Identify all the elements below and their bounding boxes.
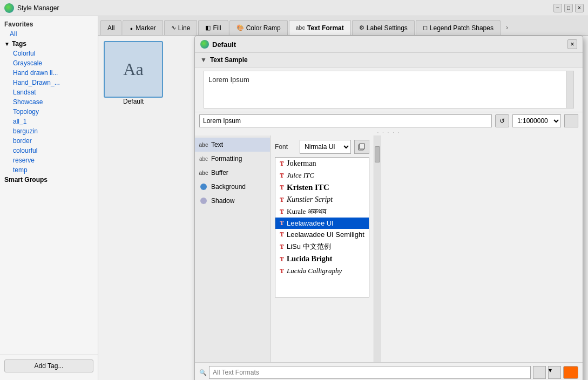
tab-marker[interactable]: ⬥ Marker bbox=[123, 20, 163, 35]
props-item-shadow[interactable]: Shadow bbox=[195, 194, 270, 208]
bottom-search-input[interactable] bbox=[209, 366, 531, 379]
window-title: Style Manager bbox=[17, 4, 59, 12]
tab-colorramp[interactable]: 🎨 Color Ramp bbox=[229, 20, 288, 35]
add-tag-button[interactable]: Add Tag... bbox=[4, 359, 93, 372]
props-item-buffer[interactable]: abc Buffer bbox=[195, 166, 270, 180]
font-item-jokerman[interactable]: 𝐓 Jokerman bbox=[275, 158, 369, 169]
legendpatch-icon: ◻ bbox=[423, 24, 428, 31]
font-type-icon: 𝐓 bbox=[280, 172, 283, 179]
tab-line[interactable]: ∿ Line bbox=[164, 20, 198, 35]
font-type-icon: 𝐓 bbox=[280, 243, 283, 250]
font-item-leelawadee[interactable]: 𝐓 Leelawadee UI bbox=[275, 218, 369, 229]
app-icon bbox=[4, 3, 14, 13]
sidebar-tag-landsat[interactable]: Landsat bbox=[0, 87, 98, 97]
font-copy-button[interactable] bbox=[354, 140, 369, 154]
props-scroll-area: Font Nirmala UI 𝐓 J bbox=[271, 135, 381, 362]
font-name: Kurale अकथव bbox=[287, 207, 326, 216]
close-button[interactable]: × bbox=[575, 4, 584, 12]
tab-labelsettings-label: Label Settings bbox=[367, 24, 408, 32]
font-item-kristenitc[interactable]: 𝐓 Kristen ITC bbox=[275, 181, 369, 194]
sidebar-item-all[interactable]: All bbox=[0, 29, 98, 39]
svg-rect-3 bbox=[360, 144, 364, 149]
labelsettings-icon: ⚙ bbox=[359, 24, 364, 31]
sidebar-smartgroups[interactable]: Smart Groups bbox=[0, 175, 98, 185]
tab-all-label: All bbox=[107, 24, 114, 32]
search-color-button[interactable] bbox=[563, 366, 578, 379]
sidebar-tag-colourful[interactable]: colourful bbox=[0, 146, 98, 155]
sidebar-tag-topology[interactable]: Topology bbox=[0, 107, 98, 117]
buffer-props-icon: abc bbox=[199, 168, 208, 177]
sidebar-tag-barguzin[interactable]: barguzin bbox=[0, 126, 98, 136]
sidebar-tag-handdrawn1[interactable]: Hand drawn li... bbox=[0, 68, 98, 78]
sidebar-tag-reserve[interactable]: reserve bbox=[0, 155, 98, 165]
font-name: Juice ITC bbox=[287, 171, 314, 180]
text-sample-arrow-icon: ▼ bbox=[200, 56, 207, 64]
font-item-lucidabright[interactable]: 𝐓 Lucida Bright bbox=[275, 253, 369, 265]
sample-text-input[interactable] bbox=[199, 114, 492, 127]
tab-line-label: Line bbox=[178, 24, 191, 32]
props-item-text[interactable]: abc Text bbox=[195, 138, 270, 152]
font-item-kurale[interactable]: 𝐓 Kurale अकथव bbox=[275, 206, 369, 218]
sidebar-tag-border[interactable]: border bbox=[0, 136, 98, 146]
separator: · · · · · bbox=[195, 130, 583, 135]
minimize-button[interactable]: − bbox=[553, 4, 562, 12]
formatting-props-icon: abc bbox=[199, 154, 208, 163]
font-type-icon: 𝐓 bbox=[280, 220, 283, 227]
zoom-button[interactable] bbox=[564, 114, 578, 127]
thumbnail-wrapper: Aa Default bbox=[104, 41, 163, 105]
search-filter-button[interactable]: ▾ bbox=[548, 366, 561, 379]
font-name: Kristen ITC bbox=[287, 183, 329, 192]
scroll-thumb bbox=[375, 146, 380, 162]
sidebar-tag-grayscale[interactable]: Grayscale bbox=[0, 58, 98, 68]
font-list: 𝐓 Jokerman 𝐓 Juice ITC 𝐓 Kristen ITC bbox=[275, 157, 369, 297]
default-thumbnail[interactable]: Aa bbox=[104, 41, 163, 98]
svg-point-0 bbox=[200, 184, 207, 190]
text-sample-label: Text Sample bbox=[210, 56, 248, 64]
dialog-title-text: Default bbox=[212, 40, 236, 49]
props-item-background[interactable]: Background bbox=[195, 180, 270, 194]
font-item-kunstler[interactable]: 𝐓 Kunstler Script bbox=[275, 194, 369, 206]
line-icon: ∿ bbox=[171, 24, 176, 31]
colorramp-icon: 🎨 bbox=[236, 24, 244, 31]
sidebar-tag-showcase[interactable]: Showcase bbox=[0, 97, 98, 107]
search-clear-button[interactable] bbox=[533, 366, 546, 379]
font-type-icon: 𝐓 bbox=[280, 256, 283, 263]
sidebar-tag-temp[interactable]: temp bbox=[0, 165, 98, 175]
tab-textformat[interactable]: abc Text Format bbox=[289, 20, 351, 35]
tab-overflow-button[interactable]: › bbox=[502, 20, 512, 35]
font-type-icon: 𝐓 bbox=[280, 160, 283, 167]
sidebar-favorites[interactable]: Favorites bbox=[0, 19, 98, 29]
props-buffer-label: Buffer bbox=[211, 169, 228, 177]
tab-labelsettings[interactable]: ⚙ Label Settings bbox=[352, 20, 415, 35]
sidebar-tag-all1[interactable]: all_1 bbox=[0, 117, 98, 126]
sample-controls: ↺ 1:1000000 bbox=[195, 112, 583, 130]
font-item-leelawadeesemi[interactable]: 𝐓 Leelawadee UI Semilight bbox=[275, 229, 369, 240]
main-container: Favorites All ▼ Tags Colorful Grayscale … bbox=[0, 16, 588, 380]
font-type-icon: 𝐓 bbox=[280, 184, 283, 191]
font-item-lucidacalligraphy[interactable]: 𝐓 Lucida Calligraphy bbox=[275, 265, 369, 277]
tab-fill[interactable]: ◧ Fill bbox=[198, 20, 228, 35]
dialog-title: Default bbox=[200, 40, 236, 49]
tab-all[interactable]: All bbox=[100, 20, 121, 35]
sidebar-tag-handdrawn2[interactable]: Hand_Drawn_... bbox=[0, 78, 98, 87]
text-sample-scrollbar[interactable] bbox=[566, 71, 573, 108]
sidebar-tags-collapse[interactable]: ▼ Tags bbox=[0, 39, 98, 49]
fill-icon: ◧ bbox=[205, 24, 211, 31]
scale-select[interactable]: 1:1000000 bbox=[512, 114, 561, 127]
font-dropdown[interactable]: Nirmala UI bbox=[300, 140, 351, 154]
props-main-content: Font Nirmala UI 𝐓 J bbox=[271, 135, 374, 362]
tab-marker-label: Marker bbox=[136, 24, 156, 32]
text-sample-header: ▼ Text Sample bbox=[195, 53, 583, 67]
tags-label: Tags bbox=[12, 40, 26, 48]
sample-reset-button[interactable]: ↺ bbox=[495, 114, 509, 127]
props-scrollbar[interactable] bbox=[374, 135, 381, 362]
textformat-icon: abc bbox=[296, 25, 305, 31]
title-bar: Style Manager − □ × bbox=[0, 0, 588, 16]
font-item-juiceitc[interactable]: 𝐓 Juice ITC bbox=[275, 169, 369, 181]
dialog-close-button[interactable]: × bbox=[567, 39, 577, 49]
props-item-formatting[interactable]: abc Formatting bbox=[195, 152, 270, 166]
tab-legendpatch[interactable]: ◻ Legend Patch Shapes bbox=[416, 20, 501, 35]
sidebar-tag-colorful[interactable]: Colorful bbox=[0, 49, 98, 58]
font-item-lisu[interactable]: 𝐓 LiSu 中文范例 bbox=[275, 240, 369, 253]
maximize-button[interactable]: □ bbox=[564, 4, 573, 12]
